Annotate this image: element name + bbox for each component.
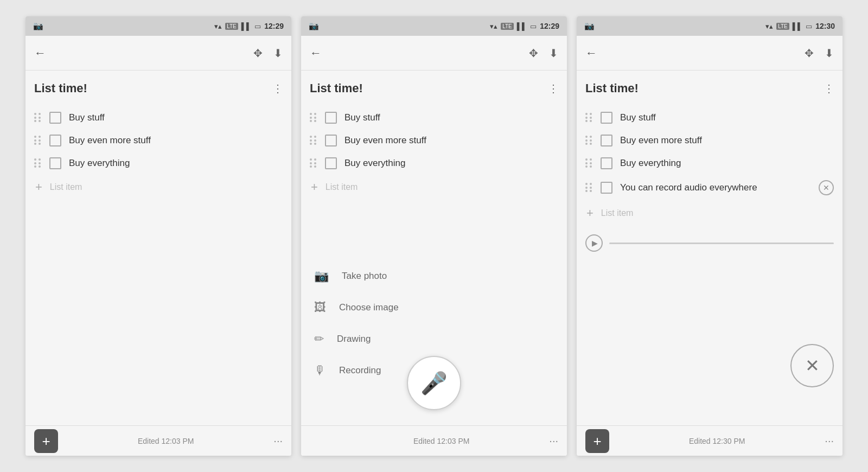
back-button-1[interactable]: ← xyxy=(34,46,46,60)
wifi-icon-1: ▾▴ xyxy=(214,22,222,30)
drag-handle-3-4[interactable] xyxy=(585,183,593,193)
close-fab[interactable]: ✕ xyxy=(790,344,834,387)
touch-icon-2[interactable]: ✥ xyxy=(529,47,538,60)
add-item-placeholder-3: List item xyxy=(601,208,634,218)
drag-handle-3-2[interactable] xyxy=(585,136,593,145)
menu-item-choose-image[interactable]: 🖼 Choose image xyxy=(301,292,567,323)
screen-3: 📷 ▾▴ LTE ▌▌ ▭ 12:30 ← ✥ ⬇ List time! ⋮ xyxy=(577,16,843,456)
status-bar-right-2: ▾▴ LTE ▌▌ ▭ 12:29 xyxy=(490,22,559,30)
checkbox-3-3[interactable] xyxy=(601,157,612,169)
add-button-3[interactable]: + xyxy=(585,429,609,453)
play-button[interactable]: ▶ xyxy=(585,234,603,252)
drag-handle-1-3[interactable] xyxy=(34,158,42,168)
status-time-3: 12:30 xyxy=(815,22,835,30)
signal-icon-3: ▌▌ xyxy=(793,22,802,30)
item-text-3-4: You can record audio everywhere xyxy=(620,182,811,193)
status-bar-left-1: 📷 xyxy=(33,21,43,31)
screen-content-1: List time! ⋮ Buy stuff xyxy=(25,71,291,425)
add-icon-2: + xyxy=(311,180,318,194)
close-fab-icon: ✕ xyxy=(805,355,820,376)
microphone-icon: 🎤 xyxy=(420,371,448,396)
add-plus-icon-1: + xyxy=(42,434,50,448)
recording-label: Recording xyxy=(339,365,381,376)
item-text-1-3: Buy everything xyxy=(69,158,283,169)
footer-more-3[interactable]: ··· xyxy=(825,435,834,447)
menu-item-drawing[interactable]: ✏ Drawing xyxy=(301,323,567,355)
list-item-3-2: Buy even more stuff xyxy=(585,129,834,152)
close-item-button-3-4[interactable]: ✕ xyxy=(819,180,834,195)
list-item-1-3: Buy everything xyxy=(34,152,283,175)
checkbox-1-3[interactable] xyxy=(49,157,61,169)
toolbar-3: ← ✥ ⬇ xyxy=(577,36,843,71)
download-icon-3[interactable]: ⬇ xyxy=(825,47,834,60)
download-icon-2[interactable]: ⬇ xyxy=(549,47,558,60)
drag-handle-3-3[interactable] xyxy=(585,158,593,168)
audio-progress-bar[interactable] xyxy=(609,243,834,244)
download-icon-1[interactable]: ⬇ xyxy=(273,47,283,60)
drag-handle-1-1[interactable] xyxy=(34,113,42,123)
add-button-1[interactable]: + xyxy=(34,429,58,453)
status-bar-3: 📷 ▾▴ LTE ▌▌ ▭ 12:30 xyxy=(577,16,843,36)
checkbox-1-2[interactable] xyxy=(49,135,61,146)
checkbox-1-1[interactable] xyxy=(49,112,61,124)
screen-content-3: List time! ⋮ Buy stuff xyxy=(577,71,843,425)
audio-player: ▶ xyxy=(585,226,834,256)
menu-item-take-photo[interactable]: 📷 Take photo xyxy=(301,260,567,292)
checkbox-3-2[interactable] xyxy=(601,135,612,146)
battery-icon-2: ▭ xyxy=(530,22,537,30)
mic-fab[interactable]: 🎤 xyxy=(407,356,461,410)
drawing-label: Drawing xyxy=(337,334,371,345)
list-item-3-1: Buy stuff xyxy=(585,106,834,129)
camera-status-icon-3: 📷 xyxy=(584,21,595,31)
checkbox-2-2[interactable] xyxy=(325,135,337,146)
toolbar-1: ← ✥ ⬇ xyxy=(25,36,291,71)
drag-handle-3-1[interactable] xyxy=(585,113,593,123)
drag-handle-1-2[interactable] xyxy=(34,136,42,145)
touch-icon-1[interactable]: ✥ xyxy=(253,47,263,60)
add-item-row-2[interactable]: + List item xyxy=(310,175,558,200)
status-bar-right-3: ▾▴ LTE ▌▌ ▭ 12:30 xyxy=(765,22,835,30)
back-button-2[interactable]: ← xyxy=(310,46,322,60)
checkbox-3-4[interactable] xyxy=(601,182,612,194)
item-text-2-3: Buy everything xyxy=(344,158,558,169)
list-header-1: List time! ⋮ xyxy=(34,81,283,95)
status-bar-right-1: ▾▴ LTE ▌▌ ▭ 12:29 xyxy=(214,22,284,30)
drag-handle-2-2[interactable] xyxy=(310,136,317,145)
list-item-2-1: Buy stuff xyxy=(310,106,558,129)
play-icon: ▶ xyxy=(592,239,598,247)
item-text-3-3: Buy everything xyxy=(620,158,834,169)
add-item-placeholder-2: List item xyxy=(326,182,358,192)
lte-badge-2: LTE xyxy=(501,23,514,30)
item-text-2-2: Buy even more stuff xyxy=(344,135,558,146)
toolbar-icons-3: ✥ ⬇ xyxy=(805,47,834,60)
list-item-3-4: You can record audio everywhere ✕ xyxy=(585,175,834,201)
status-time-2: 12:29 xyxy=(540,22,559,30)
status-bar-2: 📷 ▾▴ LTE ▌▌ ▭ 12:29 xyxy=(301,16,567,36)
list-item-2-3: Buy everything xyxy=(310,152,558,175)
add-plus-icon-3: + xyxy=(593,434,601,448)
footer-more-1[interactable]: ··· xyxy=(273,435,283,447)
screen-footer-2: Edited 12:03 PM ··· xyxy=(301,425,567,456)
screen-footer-3: + Edited 12:30 PM ··· xyxy=(577,425,843,456)
drag-handle-2-1[interactable] xyxy=(310,113,317,123)
more-menu-button-3[interactable]: ⋮ xyxy=(824,82,834,95)
add-item-row-3[interactable]: + List item xyxy=(585,201,834,226)
toolbar-icons-2: ✥ ⬇ xyxy=(529,47,558,60)
status-bar-left-3: 📷 xyxy=(584,21,595,31)
drag-handle-2-3[interactable] xyxy=(310,158,317,168)
choose-image-label: Choose image xyxy=(339,302,399,313)
add-item-row-1[interactable]: + List item xyxy=(34,175,283,200)
more-menu-button-2[interactable]: ⋮ xyxy=(548,82,558,95)
checkbox-3-1[interactable] xyxy=(601,112,612,124)
footer-edit-text-1: Edited 12:03 PM xyxy=(138,437,194,445)
camera-status-icon-2: 📷 xyxy=(309,21,319,31)
back-button-3[interactable]: ← xyxy=(585,46,597,60)
drawing-menu-icon: ✏ xyxy=(314,332,324,346)
touch-icon-3[interactable]: ✥ xyxy=(805,47,814,60)
checkbox-2-3[interactable] xyxy=(325,157,337,169)
checkbox-2-1[interactable] xyxy=(325,112,337,124)
item-text-3-1: Buy stuff xyxy=(620,112,834,123)
footer-more-2[interactable]: ··· xyxy=(549,435,558,447)
more-menu-button-1[interactable]: ⋮ xyxy=(272,82,283,95)
lte-badge-3: LTE xyxy=(776,23,789,30)
